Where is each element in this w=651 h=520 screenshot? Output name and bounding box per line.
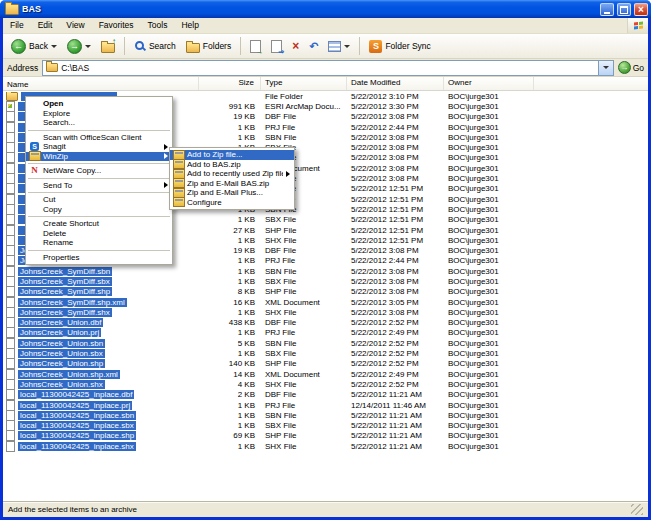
menu-item-label: Create Shortcut	[43, 219, 168, 228]
menu-item-rename[interactable]: Rename	[26, 238, 172, 248]
column-header-date[interactable]: Date Modified	[347, 77, 444, 90]
file-row[interactable]: local_11300042425_inplace.shp69 KBSHP Fi…	[3, 431, 648, 441]
file-name-label: local_11300042425_inplace.shx	[18, 442, 136, 451]
menu-item-snagit[interactable]: Snagit	[26, 142, 172, 152]
file-row[interactable]: JohnsCreek_SymDiff.shx1 KBSHX File5/22/2…	[3, 307, 648, 317]
file-row[interactable]: JohnsCreek_Union.dbf438 KBDBF File5/22/2…	[3, 318, 648, 328]
menu-item-add-to-zip-file[interactable]: Add to Zip file...	[170, 150, 294, 160]
folders-button[interactable]: Folders	[182, 39, 235, 54]
views-button[interactable]	[324, 40, 354, 53]
column-header-name[interactable]: Name	[3, 77, 199, 90]
menu-help[interactable]: Help	[174, 18, 205, 33]
menu-item-netware-copy[interactable]: NetWare Copy...	[26, 166, 172, 176]
column-header-type[interactable]: Type	[261, 77, 347, 90]
menu-item-send-to[interactable]: Send To	[26, 181, 172, 191]
file-date: 5/22/2012 11:21 AM	[347, 421, 444, 430]
go-label: Go	[633, 63, 644, 73]
menu-item-cut[interactable]: Cut	[26, 195, 172, 205]
menu-edit[interactable]: Edit	[31, 18, 60, 33]
file-type: File Folder	[261, 92, 347, 101]
menu-item-open[interactable]: Open	[26, 99, 172, 109]
file-row[interactable]: JohnsCreek_Union.prj1 KBPRJ File5/22/201…	[3, 328, 648, 338]
search-button[interactable]: Search	[130, 39, 180, 53]
file-row[interactable]: local_11300042425_inplace.prj1 KBPRJ Fil…	[3, 400, 648, 410]
menu-item-search[interactable]: Search...	[26, 118, 172, 128]
menu-item-winzip[interactable]: WinZip	[26, 152, 172, 162]
menu-view[interactable]: View	[59, 18, 91, 33]
file-row[interactable]: JohnsCreek_SymDiff.shp8 KBSHP File5/22/2…	[3, 287, 648, 297]
submenu-arrow-icon	[164, 182, 168, 188]
file-row[interactable]: local_11300042425_inplace.dbf2 KBDBF Fil…	[3, 390, 648, 400]
file-date: 5/22/2012 12:51 PM	[347, 195, 444, 204]
folder-icon	[6, 92, 18, 101]
move-to-icon	[250, 40, 261, 53]
close-button[interactable]	[634, 3, 648, 16]
menu-item-add-to-bas-zip[interactable]: Add to BAS.zip	[170, 160, 294, 170]
file-date: 5/22/2012 11:21 AM	[347, 442, 444, 451]
file-size: 2 KB	[199, 390, 261, 399]
resize-grip[interactable]	[631, 504, 643, 515]
menu-item-label: Send To	[43, 181, 161, 190]
folder-sync-button[interactable]: Folder Sync	[365, 39, 434, 54]
menu-tools[interactable]: Tools	[141, 18, 175, 33]
windows-logo-box	[627, 18, 648, 33]
menu-favorites[interactable]: Favorites	[92, 18, 141, 33]
menu-item-properties[interactable]: Properties	[26, 253, 172, 263]
file-owner: BOC\jurge301	[444, 328, 534, 337]
menu-item-label: NetWare Copy...	[43, 166, 168, 175]
menu-item-create-shortcut[interactable]: Create Shortcut	[26, 219, 172, 229]
back-dropdown-icon[interactable]	[51, 45, 57, 48]
views-dropdown-icon[interactable]	[344, 45, 350, 48]
column-header-owner[interactable]: Owner	[444, 77, 534, 90]
forward-dropdown-icon[interactable]	[85, 45, 91, 48]
file-owner: BOC\jurge301	[444, 359, 534, 368]
file-row[interactable]: JohnsCreek_Union.shx4 KBSHX File5/22/201…	[3, 379, 648, 389]
file-name-label: JohnsCreek_SymDiff.sbx	[18, 277, 112, 286]
file-name-label: local_11300042425_inplace.sbn	[18, 411, 136, 420]
file-row[interactable]: JohnsCreek_SymDiff.shp.xml16 KBXML Docum…	[3, 297, 648, 307]
file-row[interactable]: JohnsCreek_SymDiff.sbx1 KBSBX File5/22/2…	[3, 276, 648, 286]
back-button[interactable]: Back	[7, 38, 61, 55]
file-type: SHP File	[261, 287, 347, 296]
menu-item-delete[interactable]: Delete	[26, 229, 172, 239]
file-date: 5/22/2012 2:52 PM	[347, 380, 444, 389]
forward-button[interactable]	[63, 38, 95, 55]
file-size: 1 KB	[199, 123, 261, 132]
menu-item-scan-with-officescan-client[interactable]: Scan with OfficeScan Client	[26, 133, 172, 143]
delete-button[interactable]: ×	[288, 39, 303, 53]
submenu-arrow-icon	[164, 144, 168, 150]
folder-sync-icon	[369, 40, 382, 53]
menu-item-zip-and-e-mail-plus[interactable]: Zip and E-Mail Plus...	[170, 188, 294, 198]
go-button[interactable]: Go	[618, 61, 644, 74]
up-folder-icon	[101, 43, 115, 53]
file-owner: BOC\jurge301	[444, 205, 534, 214]
menu-item-zip-and-e-mail-bas-zip[interactable]: Zip and E-Mail BAS.zip	[170, 179, 294, 189]
menu-item-add-to-recently-used-zip-file[interactable]: Add to recently used Zip file	[170, 169, 294, 179]
menu-item-explore[interactable]: Explore	[26, 109, 172, 119]
address-dropdown-button[interactable]	[598, 61, 613, 75]
file-row[interactable]: JohnsCreek_Union.shp.xml14 KBXML Documen…	[3, 369, 648, 379]
up-button[interactable]	[97, 39, 119, 54]
file-row[interactable]: local_11300042425_inplace.sbx1 KBSBX Fil…	[3, 421, 648, 431]
move-to-button[interactable]	[246, 39, 265, 54]
file-owner: BOC\jurge301	[444, 380, 534, 389]
file-row[interactable]: local_11300042425_inplace.shx1 KBSHX Fil…	[3, 441, 648, 451]
file-owner: BOC\jurge301	[444, 236, 534, 245]
minimize-button[interactable]	[600, 3, 614, 16]
menu-item-configure[interactable]: Configure	[170, 198, 294, 208]
file-row[interactable]: JohnsCreek_Union.shp140 KBSHP File5/22/2…	[3, 359, 648, 369]
undo-button[interactable]: ↶	[305, 40, 322, 53]
menu-file[interactable]: File	[3, 18, 31, 33]
column-header-size[interactable]: Size	[199, 77, 261, 90]
copy-to-button[interactable]	[267, 39, 286, 54]
file-row[interactable]: local_11300042425_inplace.sbn1 KBSBN Fil…	[3, 410, 648, 420]
address-label: Address	[7, 63, 38, 73]
file-size: 27 KB	[199, 226, 261, 235]
menu-item-copy[interactable]: Copy	[26, 205, 172, 215]
address-input[interactable]: C:\BAS	[42, 60, 613, 76]
file-row[interactable]: JohnsCreek_Union.sbx1 KBSBX File5/22/201…	[3, 348, 648, 358]
file-row[interactable]: JohnsCreek_SymDiff.sbn1 KBSBN File5/22/2…	[3, 266, 648, 276]
file-row[interactable]: JohnsCreek_Union.sbn5 KBSBN File5/22/201…	[3, 338, 648, 348]
status-bar: Add the selected items to an archive	[3, 501, 648, 517]
maximize-button[interactable]	[617, 3, 631, 16]
